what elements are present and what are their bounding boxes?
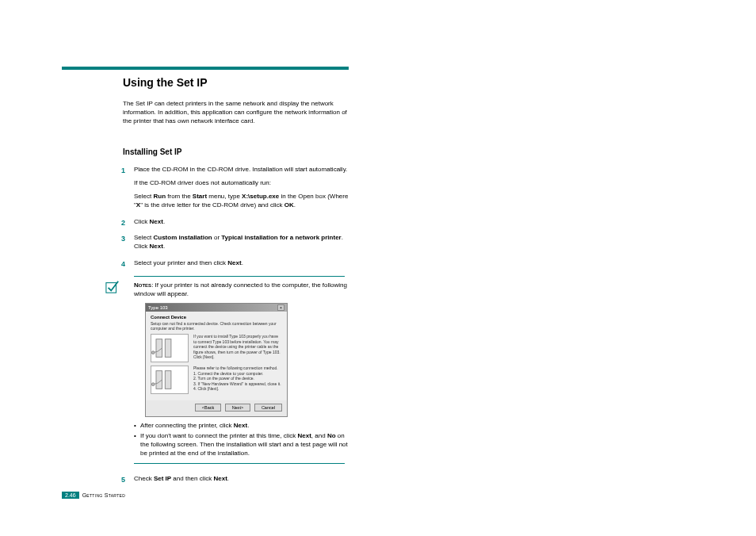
- t: Select: [134, 234, 153, 241]
- svg-point-6: [151, 383, 155, 386]
- step-1-text: Place the CD-ROM in the CD-ROM drive. In…: [134, 166, 347, 173]
- notes-text: : If your printer is not already connect…: [134, 281, 347, 297]
- step-2: Click Next.: [123, 218, 353, 227]
- t: " is the drive letter for the CD-ROM dri…: [140, 201, 284, 209]
- note-rule-top: [134, 276, 345, 277]
- dialog-buttons: <Back Next> Cancel: [146, 400, 287, 416]
- t: , and: [311, 432, 327, 439]
- setip-bold: Set IP: [154, 475, 171, 482]
- t: .: [163, 218, 165, 225]
- next-button[interactable]: Next>: [225, 404, 251, 412]
- note-bullets: After connecting the printer, click Next…: [123, 422, 353, 458]
- page-heading: Using the Set IP: [123, 76, 353, 89]
- svg-rect-5: [165, 371, 171, 389]
- t: .: [227, 475, 229, 482]
- next-bold: Next: [227, 259, 241, 266]
- close-icon[interactable]: ×: [277, 304, 284, 311]
- svg-point-3: [151, 351, 155, 354]
- t: If you don't want to connect the printer…: [140, 432, 298, 439]
- t: .: [247, 422, 249, 429]
- dialog-titlebar: Type 103 ×: [146, 304, 287, 312]
- t: 4. Click [Next].: [193, 386, 281, 392]
- dialog-sub: Setup can not find a connected device. C…: [151, 321, 282, 331]
- next-bold: Next: [234, 422, 247, 429]
- intro-paragraph: The Set IP can detect printers in the sa…: [123, 100, 353, 125]
- dialog-text-1: If you want to install Type 103 properly…: [193, 334, 282, 362]
- no-bold: No: [327, 432, 336, 439]
- dialog-header: Connect Device: [151, 315, 282, 320]
- ok-bold: OK: [284, 201, 294, 209]
- dialog-text-2: Please refer to the following connection…: [193, 366, 281, 394]
- note-check-icon: [105, 280, 120, 294]
- dialog-row-2: Please refer to the following connection…: [151, 366, 282, 394]
- t: menu, type: [207, 193, 242, 200]
- next-bold: Next: [298, 432, 311, 439]
- subheading: Installing Set IP: [123, 147, 353, 156]
- cancel-button[interactable]: Cancel: [254, 404, 282, 412]
- path-bold: X:\setup.exe: [242, 193, 279, 200]
- install-steps-cont: Check Set IP and then click Next.: [123, 475, 353, 484]
- install-steps: Place the CD-ROM in the CD-ROM drive. In…: [123, 166, 353, 267]
- start-bold: Start: [193, 193, 207, 200]
- t: Select: [134, 193, 153, 200]
- step-5: Check Set IP and then click Next.: [123, 475, 353, 484]
- t: from the: [166, 193, 193, 200]
- step-1: Place the CD-ROM in the CD-ROM drive. In…: [123, 166, 353, 209]
- bullet-1: After connecting the printer, click Next…: [134, 422, 353, 431]
- dialog-row-1: If you want to install Type 103 properly…: [151, 334, 282, 362]
- custom-bold: Custom installation: [153, 234, 212, 241]
- next-bold: Next: [150, 218, 163, 225]
- step-1-note: If the CD-ROM driver does not automatica…: [134, 179, 353, 188]
- step-1-detail: Select Run from the Start menu, type X:\…: [134, 193, 353, 210]
- dialog-title: Type 103: [148, 305, 168, 310]
- note-block: Notes: If your printer is not already co…: [123, 281, 353, 299]
- connection-diagram-2: [151, 366, 189, 394]
- t: and then click: [171, 475, 213, 482]
- t: Click: [134, 218, 150, 225]
- t: .: [242, 259, 243, 266]
- svg-rect-2: [165, 339, 171, 358]
- connection-diagram-1: [151, 334, 189, 362]
- back-button[interactable]: <Back: [195, 404, 221, 412]
- next-bold: Next: [150, 243, 163, 250]
- t: .: [294, 201, 296, 209]
- step-4: Select your printer and then click Next.: [123, 259, 353, 268]
- t: .: [163, 243, 165, 250]
- footer-section-label: Getting Started: [82, 492, 125, 498]
- typical-bold: Typical installation for a network print…: [221, 234, 341, 241]
- svg-rect-1: [156, 339, 162, 358]
- dialog-body: Connect Device Setup can not find a conn…: [146, 312, 287, 400]
- t: Check: [134, 475, 154, 482]
- t: Please refer to the following connection…: [193, 366, 281, 371]
- t: Select your printer and then click: [134, 259, 227, 266]
- page-number: 2.46: [62, 492, 79, 499]
- page-content: Using the Set IP The Set IP can detect p…: [123, 76, 353, 491]
- next-bold: Next: [214, 475, 227, 482]
- svg-rect-4: [156, 371, 162, 389]
- connect-device-dialog: Type 103 × Connect Device Setup can not …: [145, 303, 288, 417]
- t: or: [212, 234, 222, 241]
- bullet-2: If you don't want to connect the printer…: [134, 432, 353, 458]
- step-3: Select Custom installation or Typical in…: [123, 234, 353, 251]
- notes-label: Notes: [134, 281, 151, 289]
- note-rule-bottom: [134, 463, 345, 464]
- page-footer: 2.46 Getting Started: [62, 492, 125, 499]
- section-top-rule: [62, 67, 349, 70]
- run-bold: Run: [153, 193, 166, 200]
- t: After connecting the printer, click: [140, 422, 234, 429]
